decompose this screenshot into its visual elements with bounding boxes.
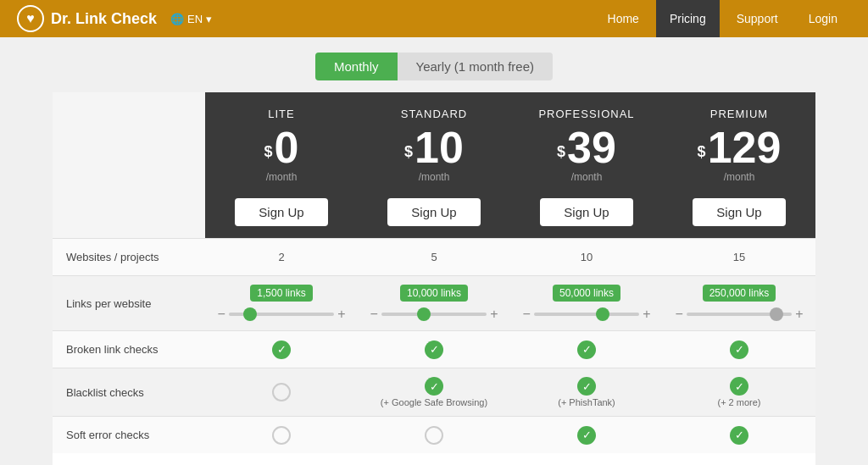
feature-soft-lite [205, 417, 358, 453]
feature-websites-standard: 5 [358, 239, 510, 275]
monthly-button[interactable]: Monthly [315, 53, 398, 80]
nav-support[interactable]: Support [723, 0, 792, 37]
blacklist-premium-sub: (+ 2 more) [717, 397, 760, 407]
signup-professional-button[interactable]: Sign Up [540, 198, 632, 226]
feature-links-premium: 250,000 links − + [663, 276, 815, 330]
feature-blacklist-professional: ✓ (+ PhishTank) [510, 368, 663, 416]
blacklist-professional-sub: (+ PhishTank) [558, 397, 615, 407]
check-icon-broken-standard: ✓ [425, 340, 443, 359]
logo-icon: ♥ [17, 5, 44, 32]
feature-label-soft: Soft error checks [53, 417, 205, 453]
empty-icon-blacklist-lite [272, 383, 291, 401]
plan-standard-amount: 10 [415, 125, 464, 169]
plan-standard-price-row: $ 10 [366, 125, 502, 169]
nav-home[interactable]: Home [594, 0, 653, 37]
plan-professional-name: PROFESSIONAL [519, 108, 654, 120]
feature-blacklist-standard: ✓ (+ Google Safe Browsing) [358, 368, 510, 416]
links-badge-professional: 50,000 links [553, 285, 620, 302]
logo: ♥ Dr. Link Check [17, 5, 157, 32]
slider-premium: − + [675, 307, 803, 322]
navbar: ♥ Dr. Link Check 🌐 EN ▾ Home Pricing Sup… [0, 0, 868, 37]
language-selector[interactable]: 🌐 EN ▾ [170, 13, 212, 25]
slider-premium-track[interactable] [687, 313, 793, 316]
feature-label-blacklist: Blacklist checks [53, 368, 205, 416]
plan-premium-period: /month [671, 171, 807, 183]
feature-soft-premium: ✓ [663, 417, 815, 453]
plan-premium-amount: 129 [708, 125, 782, 169]
feature-websites-professional: 10 [510, 239, 663, 275]
slider-premium-thumb[interactable] [770, 307, 783, 321]
nav-right: Home Pricing Support Login [594, 0, 851, 37]
check-icon-broken-lite: ✓ [272, 340, 291, 359]
plan-lite-amount: 0 [275, 125, 299, 169]
yearly-button[interactable]: Yearly (1 month free) [398, 53, 554, 80]
empty-icon-soft-lite [272, 426, 291, 445]
signup-lite-button[interactable]: Sign Up [235, 198, 327, 226]
links-badge-premium: 250,000 links [703, 285, 776, 302]
check-icon-soft-premium: ✓ [730, 426, 748, 445]
feature-soft-standard [358, 417, 510, 453]
plan-standard-name: STANDARD [366, 108, 502, 120]
feature-blacklist-lite [205, 368, 358, 416]
plan-premium-name: PREMIUM [671, 108, 807, 120]
plan-professional: PROFESSIONAL $ 39 /month Sign Up [510, 92, 663, 238]
check-icon-broken-premium: ✓ [730, 340, 748, 359]
slider-premium-plus[interactable]: + [795, 307, 803, 322]
slider-lite-minus[interactable]: − [217, 307, 225, 322]
plan-lite: LITE $ 0 /month Sign Up [205, 92, 358, 238]
signup-standard-button[interactable]: Sign Up [387, 198, 480, 226]
feature-broken-premium: ✓ [663, 331, 815, 368]
slider-standard-plus[interactable]: + [490, 307, 498, 322]
feature-row-websites: Websites / projects 2 5 10 15 [53, 238, 815, 275]
plan-professional-price-row: $ 39 [519, 125, 654, 169]
plan-premium: PREMIUM $ 129 /month Sign Up [663, 92, 815, 238]
feature-row-soft: Soft error checks ✓ ✓ [53, 416, 815, 453]
nav-login[interactable]: Login [795, 0, 851, 37]
feature-websites-premium: 15 [663, 239, 815, 275]
slider-professional-thumb[interactable] [596, 307, 609, 321]
slider-professional-track[interactable] [534, 313, 640, 316]
pricing-table: LITE $ 0 /month Sign Up STANDARD $ 10 /m… [53, 92, 815, 465]
check-icon-blacklist-standard: ✓ [425, 377, 443, 396]
lang-label: EN [187, 13, 203, 25]
slider-professional-minus[interactable]: − [522, 307, 530, 322]
plan-standard-currency: $ [404, 143, 413, 161]
slider-lite-thumb[interactable] [243, 307, 257, 321]
feature-broken-professional: ✓ [510, 331, 663, 368]
plan-lite-price-row: $ 0 [214, 125, 349, 169]
feature-links-standard: 10,000 links − + [358, 276, 510, 330]
nav-left: ♥ Dr. Link Check 🌐 EN ▾ [17, 5, 212, 32]
slider-standard-track[interactable] [381, 313, 487, 316]
feature-row-blacklist: Blacklist checks ✓ (+ Google Safe Browsi… [53, 368, 815, 416]
globe-icon: 🌐 [170, 13, 184, 25]
nav-pricing[interactable]: Pricing [656, 0, 720, 37]
plan-lite-name: LITE [214, 108, 349, 120]
slider-standard-minus[interactable]: − [370, 307, 377, 322]
feature-blacklist-premium: ✓ (+ 2 more) [663, 368, 815, 416]
plan-headers: LITE $ 0 /month Sign Up STANDARD $ 10 /m… [53, 92, 815, 238]
feature-links-lite: 1,500 links − + [205, 276, 358, 330]
slider-professional-plus[interactable]: + [643, 307, 650, 322]
feature-label-broken: Broken link checks [53, 331, 205, 368]
logo-text: Dr. Link Check [51, 10, 157, 28]
plan-standard: STANDARD $ 10 /month Sign Up [358, 92, 510, 238]
plan-premium-price-row: $ 129 [671, 125, 807, 169]
signup-premium-button[interactable]: Sign Up [693, 198, 785, 226]
check-icon-broken-professional: ✓ [577, 340, 596, 359]
feature-links-professional: 50,000 links − + [510, 276, 663, 330]
feature-soft-professional: ✓ [510, 417, 663, 453]
links-badge-lite: 1,500 links [250, 285, 312, 302]
slider-lite: − + [217, 307, 345, 322]
header-empty [53, 92, 205, 238]
slider-lite-plus[interactable]: + [337, 307, 345, 322]
feature-row-broken: Broken link checks ✓ ✓ ✓ ✓ [53, 330, 815, 368]
slider-standard-thumb[interactable] [417, 307, 431, 321]
feature-label-websites: Websites / projects [53, 239, 205, 275]
feature-label-links: Links per website [53, 276, 205, 330]
chevron-down-icon: ▾ [206, 13, 212, 25]
plan-professional-period: /month [519, 171, 654, 183]
check-icon-soft-professional: ✓ [577, 426, 596, 445]
slider-premium-minus[interactable]: − [675, 307, 682, 322]
feature-row-links: Links per website 1,500 links − + 10,000… [53, 275, 815, 330]
slider-lite-track[interactable] [229, 313, 335, 316]
